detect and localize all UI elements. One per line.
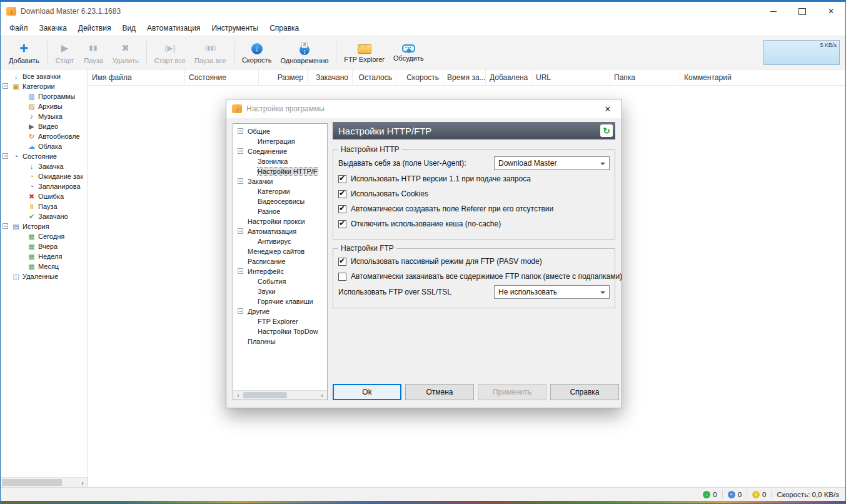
- sidebar-item-video[interactable]: ▶Видео: [1, 121, 88, 131]
- checkbox-ftp-1[interactable]: Автоматически закачивать все содержимое …: [338, 269, 610, 284]
- settings-tree-item-0[interactable]: Общие: [233, 126, 327, 136]
- menu-item-view[interactable]: Вид: [116, 22, 141, 34]
- settings-tree-item-19[interactable]: FTP Explorer: [233, 316, 327, 326]
- settings-tree-item-15[interactable]: События: [233, 276, 327, 286]
- sidebar-item-scheduled[interactable]: ◔Запланирова: [1, 181, 88, 191]
- column-header-7[interactable]: Добавлена: [486, 69, 532, 85]
- column-header-9[interactable]: Папка: [610, 69, 680, 85]
- settings-tree-item-21[interactable]: Плагины: [233, 336, 327, 346]
- ok-button[interactable]: Ok: [333, 384, 401, 400]
- toolbar-add-button[interactable]: Добавить: [4, 40, 44, 66]
- checkbox-http-3[interactable]: Отключить использование кеша (no-cache): [338, 216, 610, 231]
- settings-tree-item-6[interactable]: Категории: [233, 186, 327, 196]
- menu-item-help[interactable]: Справка: [264, 22, 305, 34]
- sidebar-item-today[interactable]: ▦Сегодня: [1, 231, 88, 241]
- settings-tree-item-10[interactable]: Автоматизация: [233, 226, 327, 236]
- ftp-ssl-combobox[interactable]: Не использовать: [494, 285, 610, 299]
- toolbar-start-button[interactable]: Старт: [51, 40, 79, 66]
- sidebar-item-autoupdate[interactable]: ↻Автообновле: [1, 131, 88, 141]
- sidebar-hscrollbar[interactable]: [1, 477, 88, 487]
- sidebar-item-programs[interactable]: ▥Программы: [1, 91, 88, 101]
- settings-tree-item-2[interactable]: Соединение: [233, 146, 327, 156]
- sidebar-item-categories[interactable]: ▣Категории: [1, 81, 88, 91]
- settings-tree-item-5[interactable]: Закачки: [233, 176, 327, 186]
- sidebar-item-history[interactable]: ▤История: [1, 221, 88, 231]
- sidebar-item-all-downloads[interactable]: ↓Все закачки: [1, 71, 88, 81]
- collapse-toggle-icon[interactable]: [3, 83, 8, 89]
- collapse-toggle-icon[interactable]: [238, 148, 243, 154]
- scroll-right-arrow-icon[interactable]: [318, 391, 326, 399]
- collapse-toggle-icon[interactable]: [238, 228, 243, 234]
- sidebar-item-yesterday[interactable]: ▦Вчера: [1, 241, 88, 251]
- toolbar-start-all-button[interactable]: Старт все: [150, 40, 190, 66]
- settings-tree-item-3[interactable]: Звонилка: [233, 156, 327, 166]
- settings-tree-item-20[interactable]: Настройки TopDow: [233, 326, 327, 336]
- settings-tree-item-13[interactable]: Расписание: [233, 256, 327, 266]
- settings-tree-item-16[interactable]: Звуки: [233, 286, 327, 296]
- settings-tree-item-7[interactable]: Видеосервисы: [233, 196, 327, 206]
- checkbox-http-1[interactable]: Использовать Cookies: [338, 186, 610, 201]
- help-button[interactable]: Справка: [550, 384, 619, 400]
- toolbar-pause-button[interactable]: Пауза: [79, 40, 108, 66]
- checkbox-ftp-0[interactable]: Использовать пассивный режим для FTP (PA…: [338, 254, 610, 269]
- sidebar-item-completed[interactable]: ✔Закачано: [1, 211, 88, 221]
- sidebar-item-deleted[interactable]: ◫Удаленные: [1, 271, 88, 281]
- column-header-6[interactable]: Время за...: [443, 69, 486, 85]
- column-header-2[interactable]: Размер: [259, 69, 308, 85]
- apply-button[interactable]: Применить: [478, 384, 546, 400]
- menu-item-automation[interactable]: Автоматизация: [141, 22, 206, 34]
- column-header-5[interactable]: Скорость: [396, 69, 443, 85]
- collapse-toggle-icon[interactable]: [3, 223, 8, 229]
- settings-tree-item-8[interactable]: Разное: [233, 206, 327, 216]
- column-header-3[interactable]: Закачано: [308, 69, 353, 85]
- reset-defaults-icon[interactable]: [600, 124, 613, 137]
- column-header-8[interactable]: URL: [532, 69, 610, 85]
- collapse-toggle-icon[interactable]: [238, 128, 243, 134]
- user-agent-combobox[interactable]: Download Master: [494, 156, 610, 170]
- cancel-button[interactable]: Отмена: [405, 384, 474, 400]
- menu-item-downloads[interactable]: Закачка: [34, 22, 73, 34]
- settings-tree-item-12[interactable]: Менеджер сайтов: [233, 246, 327, 256]
- settings-tree-item-1[interactable]: Интеграция: [233, 136, 327, 146]
- settings-tree-item-11[interactable]: Антивирус: [233, 236, 327, 246]
- checkbox-http-0[interactable]: Использовать HTTP версии 1.1 при подаче …: [338, 171, 610, 186]
- toolbar-ftp-explorer-button[interactable]: FTP Explorer: [340, 41, 389, 64]
- sidebar-item-clouds[interactable]: ☁Облака: [1, 141, 88, 151]
- menu-item-actions[interactable]: Действия: [73, 22, 117, 34]
- settings-tree-item-17[interactable]: Горячие клавиши: [233, 296, 327, 306]
- sidebar-item-downloading[interactable]: ↓Закачка: [1, 161, 88, 171]
- collapse-toggle-icon[interactable]: [238, 308, 243, 314]
- column-header-0[interactable]: Имя файла: [88, 69, 185, 85]
- toolbar-simultaneous-button[interactable]: Одновременно: [276, 40, 333, 66]
- scrollbar-thumb[interactable]: [243, 392, 287, 398]
- column-header-4[interactable]: Осталось: [353, 69, 396, 85]
- toolbar-speed-button[interactable]: Скорость: [238, 41, 276, 65]
- toolbar-delete-button[interactable]: Удалить: [108, 40, 143, 66]
- dialog-close-button[interactable]: [594, 99, 622, 118]
- sidebar-item-paused[interactable]: ‖Пауза: [1, 201, 88, 211]
- sidebar-item-month[interactable]: ▦Месяц: [1, 261, 88, 271]
- collapse-toggle-icon[interactable]: [238, 268, 243, 274]
- scrollbar-thumb[interactable]: [2, 479, 62, 486]
- toolbar-pause-all-button[interactable]: Пауза все: [190, 40, 231, 66]
- settings-tree-item-9[interactable]: Настройки прокси: [233, 216, 327, 226]
- maximize-button[interactable]: [788, 2, 817, 21]
- menu-item-tools[interactable]: Инструменты: [206, 22, 264, 34]
- settings-tree-hscrollbar[interactable]: [233, 390, 327, 400]
- scroll-right-arrow-icon[interactable]: [78, 478, 87, 486]
- column-header-1[interactable]: Состояние: [185, 69, 259, 85]
- settings-tree-item-18[interactable]: Другие: [233, 306, 327, 316]
- scroll-left-arrow-icon[interactable]: [234, 391, 243, 399]
- minimize-button[interactable]: [759, 2, 788, 21]
- settings-tree-item-4[interactable]: Настройки HTTP/F: [233, 166, 327, 176]
- sidebar-item-waiting[interactable]: ◔Ожидание зак: [1, 171, 88, 181]
- sidebar-item-music[interactable]: ♪Музыка: [1, 111, 88, 121]
- menu-item-file[interactable]: Файл: [4, 22, 34, 34]
- collapse-toggle-icon[interactable]: [3, 153, 8, 159]
- column-header-10[interactable]: Комментарий: [680, 69, 845, 85]
- sidebar-item-week[interactable]: ▦Неделя: [1, 251, 88, 261]
- collapse-toggle-icon[interactable]: [238, 178, 243, 184]
- checkbox-http-2[interactable]: Автоматически создавать поле Referer при…: [338, 201, 610, 216]
- toolbar-discuss-button[interactable]: Обсудить: [389, 43, 428, 63]
- sidebar-item-archives[interactable]: ▨Архивы: [1, 101, 88, 111]
